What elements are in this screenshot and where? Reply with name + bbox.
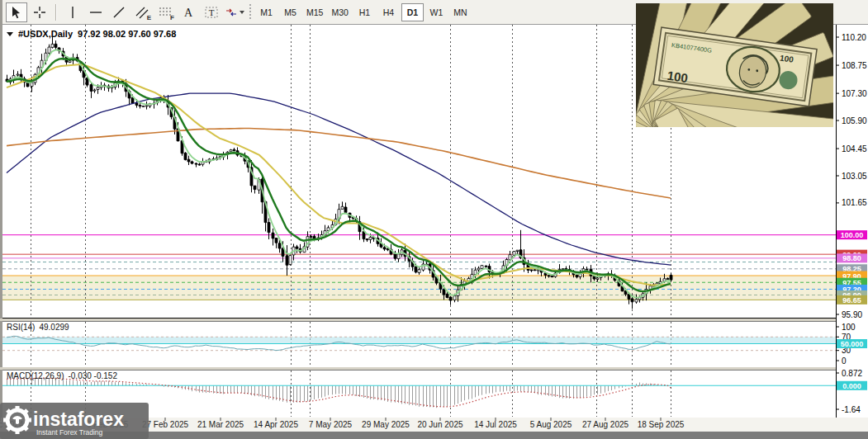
macd-label-row: MACD(12,26,9) -0.030 -0.152 bbox=[7, 371, 117, 380]
logo-wordmark: instaforex bbox=[33, 408, 124, 430]
date-axis-label: 14 Jul 2025 bbox=[474, 420, 517, 429]
tf-m1-button[interactable]: M1 bbox=[255, 3, 277, 21]
rsi-label-row: RSI(14) 49.0299 bbox=[7, 323, 69, 332]
rsi-indicator-name: RSI(14) bbox=[7, 323, 35, 332]
date-axis-label: 14 Apr 2025 bbox=[254, 420, 298, 429]
tool-vertical-line-button[interactable] bbox=[62, 2, 83, 22]
date-axis-label: 27 Feb 2025 bbox=[142, 420, 188, 429]
date-axis-label: 20 Jun 2025 bbox=[417, 420, 462, 429]
macd-indicator-values: -0.030 -0.152 bbox=[68, 371, 117, 380]
logo-tagline: Instant Forex Trading bbox=[36, 428, 103, 437]
macd-indicator-name: MACD(12,26,9) bbox=[7, 371, 64, 380]
tf-h4-button[interactable]: H4 bbox=[377, 3, 400, 21]
tool-shapes-button[interactable] bbox=[224, 2, 245, 22]
chevron-down-icon bbox=[240, 11, 244, 14]
price-axis[interactable] bbox=[836, 25, 868, 432]
tf-m15-button[interactable]: M15 bbox=[303, 3, 326, 21]
tool-trendline-button[interactable] bbox=[108, 2, 130, 22]
symbol-dropdown-icon[interactable] bbox=[7, 32, 13, 36]
tool-fibonacci-button[interactable]: F bbox=[154, 2, 176, 22]
tf-m30-button[interactable]: M30 bbox=[328, 3, 351, 21]
tf-d1-button[interactable]: D1 bbox=[401, 3, 424, 21]
date-axis-label: 18 Sep 2025 bbox=[638, 420, 685, 429]
tool-glyph: F bbox=[170, 14, 174, 21]
tool-glyph: E bbox=[147, 14, 151, 21]
rsi-indicator-value: 49.0299 bbox=[39, 323, 69, 332]
chart-ohlc-values: 97.92 98.02 97.60 97.68 bbox=[78, 29, 176, 39]
date-axis-label: 29 May 2025 bbox=[362, 420, 410, 429]
chart-title-row: #USDX,Daily 97.92 98.02 97.60 97.68 bbox=[7, 29, 176, 39]
tf-h1-button[interactable]: H1 bbox=[353, 3, 376, 21]
tool-text-button[interactable]: A bbox=[178, 2, 199, 22]
tool-equidistant-channel-button[interactable]: E bbox=[131, 2, 153, 22]
rsi-pane[interactable] bbox=[2, 321, 836, 368]
bill-denomination: 100 bbox=[666, 68, 689, 85]
date-axis-label: 27 Aug 2025 bbox=[582, 420, 628, 429]
svg-text:T: T bbox=[209, 7, 215, 17]
instaforex-watermark: instaforex Instant Forex Trading bbox=[0, 401, 149, 439]
tool-cursor-button[interactable] bbox=[6, 2, 27, 22]
tf-mn-button[interactable]: MN bbox=[449, 3, 472, 21]
date-axis-label: 5 Aug 2025 bbox=[530, 420, 572, 429]
svg-text:A: A bbox=[184, 7, 193, 19]
date-axis-label: 21 Mar 2025 bbox=[197, 420, 244, 429]
dollar-bills-photo: KB41077400G 100 100 bbox=[636, 3, 833, 127]
tool-label-button[interactable]: T bbox=[201, 2, 222, 22]
tf-w1-button[interactable]: W1 bbox=[425, 3, 448, 21]
tool-crosshair-button[interactable] bbox=[29, 2, 50, 22]
mt4-chart-window: EFATM1M5M15M30H1H4D1W1MN 19 Dec 20246 Fe… bbox=[0, 0, 868, 439]
chart-symbol-title: #USDX,Daily bbox=[18, 29, 73, 39]
date-axis-label: 7 May 2025 bbox=[309, 420, 352, 429]
tool-horizontal-line-button[interactable] bbox=[85, 2, 107, 22]
tf-m5-button[interactable]: M5 bbox=[279, 3, 301, 21]
